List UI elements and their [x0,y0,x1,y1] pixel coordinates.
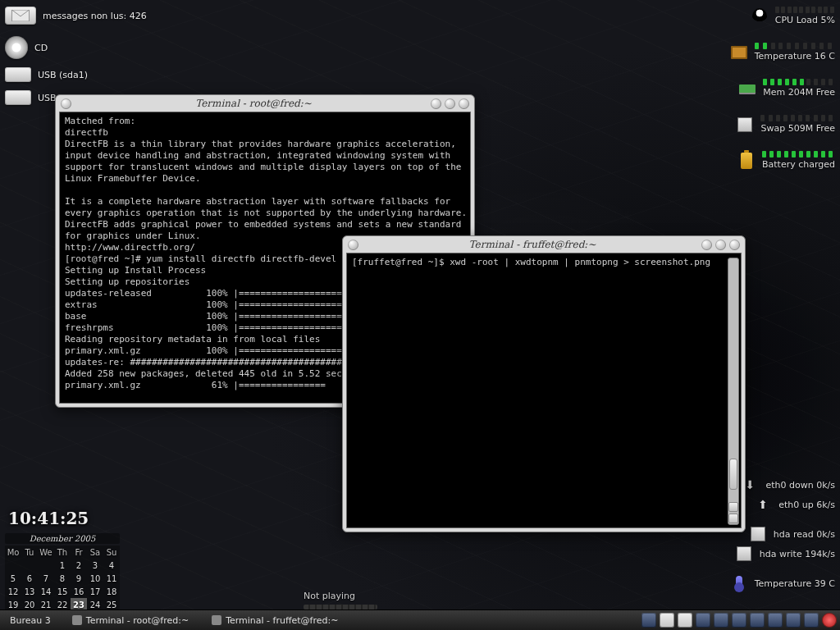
terminal-icon [212,615,221,625]
usb-icon [5,90,31,105]
envelope-icon [5,7,36,25]
usb-desklet-1[interactable]: USB (sda1) [5,67,88,82]
calendar-dow: Sa [87,546,103,559]
window-menu-button[interactable] [348,240,358,250]
net-down-monitor: ⬇ eth0 down 0k/s [741,476,835,494]
calendar-day[interactable]: 10 [87,572,103,585]
net-up-text: eth0 up 6k/s [778,500,835,510]
terminal-output[interactable]: [fruffet@fred ~]$ xwd -root | xwdtopnm |… [346,253,742,528]
taskbar-entry-terminal-fruffet[interactable]: Terminal - fruffet@fred:~ [203,614,346,628]
usb-desklet-2[interactable]: USB [5,90,57,105]
calendar-day[interactable]: 15 [54,585,71,598]
window-title: Terminal - fruffet@fred:~ [363,239,701,250]
scrollbar-up-icon[interactable] [728,502,738,512]
calendar-day[interactable]: 4 [103,559,120,572]
battery-text: Battery charged [762,159,835,170]
mail-desklet[interactable]: messages non lus: 426 [5,7,147,25]
calendar-day[interactable]: 8 [54,572,71,585]
swap-text: Swap 509M Free [760,123,835,134]
calendar-day[interactable]: 17 [87,585,103,598]
task-label: Terminal - root@fred:~ [86,615,189,626]
temp2-text: Temperature 39 C [755,578,835,589]
scrollbar-down-icon[interactable] [728,514,738,523]
calendar-day[interactable]: 9 [71,572,87,585]
cd-desklet[interactable]: CD [5,36,48,59]
terminal-prompt-line: [fruffet@fred ~]$ xwd -root | xwdtopnm |… [352,257,710,267]
calendar-dow: Su [103,546,120,559]
terminal-window-fruffet[interactable]: Terminal - fruffet@fred:~ [fruffet@fred … [342,235,746,532]
mem-text: Mem 204M Free [763,87,835,98]
close-button[interactable] [459,98,469,109]
now-playing-text: Not playing [304,591,377,601]
hdd-icon [749,525,767,543]
hda-write-monitor: hda write 194k/s [735,545,835,563]
minimize-button[interactable] [701,240,712,250]
calendar-day[interactable]: 16 [71,585,87,598]
tray-volume-icon[interactable] [786,613,801,628]
temp1-text: Temperature 16 C [755,51,835,62]
maximize-button[interactable] [445,98,455,109]
tray-icon[interactable] [732,613,746,628]
thermometer-icon [730,574,748,592]
calendar-day[interactable]: 2 [71,559,87,572]
tray-icon[interactable] [750,613,765,628]
hda-write-text: hda write 194k/s [760,549,835,559]
battery-monitor: Battery charged [737,151,835,170]
battery-icon [737,152,756,170]
calendar-day[interactable]: 3 [87,559,103,572]
workspace-indicator[interactable]: Bureau 3 [3,615,57,626]
penguin-icon [751,7,769,25]
maximize-button[interactable] [715,240,726,250]
now-playing-desklet: Not playing [304,591,377,609]
calendar-day[interactable]: 11 [103,572,120,585]
window-title: Terminal - root@fred:~ [76,98,431,109]
calendar-month: December 2005 [5,533,120,544]
terminal-scrollbar[interactable] [728,258,739,525]
calendar-day[interactable]: 14 [38,585,54,598]
temp1-monitor: Temperature 16 C [730,43,835,62]
task-label: Terminal - fruffet@fred:~ [226,615,338,626]
calendar-dow: Tu [21,546,38,559]
tray-icon[interactable] [804,613,819,628]
window-menu-button[interactable] [61,98,71,109]
calendar-day[interactable]: 7 [38,572,54,585]
calendar-dow: Mo [5,546,21,559]
tray-mail-icon[interactable] [678,613,692,628]
tray-icon[interactable] [696,613,710,628]
swap-monitor: Swap 509M Free [736,115,835,134]
hda-read-text: hda read 0k/s [774,529,835,540]
cd-icon [5,36,28,59]
clock: 10:41:25 [8,509,89,528]
calendar-day[interactable]: 6 [21,572,38,585]
mem-monitor: Mem 204M Free [738,79,835,98]
calendar-day[interactable]: 1 [54,559,71,572]
calendar-day[interactable]: 13 [21,585,38,598]
hdd-icon [736,116,754,134]
usb2-label: USB [38,93,57,103]
net-up-monitor: ⬆ eth0 up 6k/s [754,495,835,514]
taskbar-entry-terminal-root[interactable]: Terminal - root@fred:~ [64,614,197,628]
calendar-day [5,559,21,572]
terminal-icon [72,615,82,625]
cd-label: CD [34,43,48,53]
tray-power-icon[interactable] [822,613,837,628]
calendar-day[interactable]: 18 [103,585,120,598]
tray-icon[interactable] [641,613,656,628]
tray-icon[interactable] [660,613,674,628]
window-titlebar[interactable]: Terminal - root@fred:~ [56,95,474,112]
calendar-day [38,559,54,572]
close-button[interactable] [729,240,740,250]
hdd-icon [735,545,753,563]
calendar-day[interactable]: 5 [5,572,21,585]
cpu-text: CPU Load 5% [775,15,835,25]
tray-icon[interactable] [714,613,728,628]
system-tray[interactable] [641,613,837,628]
cpu-monitor: CPU Load 5% [751,7,835,25]
calendar-day[interactable]: 12 [5,585,21,598]
taskbar[interactable]: Bureau 3 Terminal - root@fred:~ Terminal… [0,609,840,630]
usb1-label: USB (sda1) [38,70,88,80]
scrollbar-thumb[interactable] [729,459,737,490]
minimize-button[interactable] [431,98,441,109]
window-titlebar[interactable]: Terminal - fruffet@fred:~ [343,236,745,253]
tray-icon[interactable] [768,613,783,628]
